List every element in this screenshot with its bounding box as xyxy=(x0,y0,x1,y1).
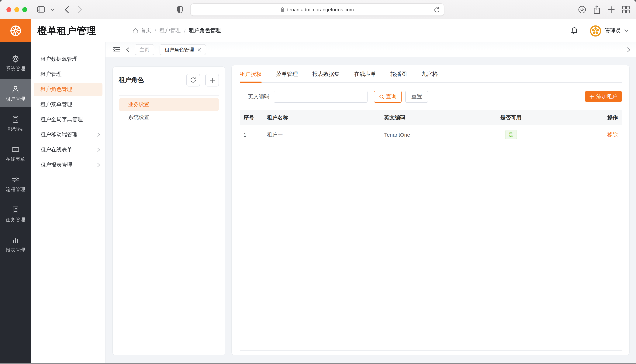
user-icon xyxy=(11,84,20,94)
status-badge: 是 xyxy=(505,130,517,139)
sidebar-toggle-icon[interactable] xyxy=(37,6,45,13)
role-item-business-settings[interactable]: 业务设置 xyxy=(119,98,219,111)
panel-title: 租户角色 xyxy=(119,76,144,84)
bar-chart-icon xyxy=(11,236,20,244)
sidebar-item-online-form[interactable]: 在线表单 xyxy=(0,140,31,168)
menu-item-tenant-online-form[interactable]: 租户在线表单 xyxy=(31,142,105,158)
privacy-shield-icon[interactable] xyxy=(177,6,183,14)
traffic-lights xyxy=(7,7,27,12)
mobile-icon xyxy=(11,114,20,124)
menu-item-tenant-datasource[interactable]: 租户数据源管理 xyxy=(31,52,105,67)
secondary-sidebar: 租户数据源管理 租户管理 租户角色管理 租户菜单管理 租户全局字典管理 租户移动… xyxy=(31,42,105,364)
menu-item-tenant-role-management[interactable]: 租户角色管理 xyxy=(34,83,102,96)
plus-icon xyxy=(209,77,215,83)
code-filter-label: 英文编码 xyxy=(248,93,269,100)
breadcrumb-tenant-management[interactable]: 租户管理 xyxy=(160,27,181,34)
menu-item-tenant-dict-management[interactable]: 租户全局字典管理 xyxy=(31,112,105,127)
breadcrumb-current: 租户角色管理 xyxy=(189,27,221,34)
user-name: 管理员 xyxy=(604,27,621,34)
tasks-icon xyxy=(11,205,20,214)
role-item-system-settings[interactable]: 系统设置 xyxy=(119,111,219,124)
table-header: 序号 租户名称 英文编码 是否可用 操作 xyxy=(240,110,622,125)
tab-menu-management[interactable]: 菜单管理 xyxy=(276,70,298,82)
downloads-icon[interactable] xyxy=(578,6,586,14)
tab-grid[interactable]: 九宫格 xyxy=(421,70,438,82)
sliders-icon xyxy=(11,175,20,184)
tab-carousel[interactable]: 轮播图 xyxy=(390,70,407,82)
tab-overview-icon[interactable] xyxy=(622,6,630,14)
menu-item-tenant-management[interactable]: 租户管理 xyxy=(31,67,105,82)
app-logo[interactable] xyxy=(0,19,31,42)
sidebar-item-label: 移动端 xyxy=(8,126,23,132)
sidebar-item-system-management[interactable]: 系统管理 xyxy=(0,49,31,77)
cell-index: 1 xyxy=(240,132,263,138)
tab-scroll-left-icon[interactable] xyxy=(126,47,129,52)
notification-bell-icon[interactable] xyxy=(570,27,578,35)
refresh-button[interactable] xyxy=(186,74,200,86)
query-button[interactable]: 查询 xyxy=(374,90,401,103)
tab-list-icon[interactable] xyxy=(113,47,120,52)
cell-tenant-name: 租户一 xyxy=(263,131,380,138)
sidebar-item-report-management[interactable]: 报表管理 xyxy=(0,230,31,258)
sidebar-item-process-management[interactable]: 流程管理 xyxy=(0,170,31,198)
menu-item-tenant-report-management[interactable]: 租户报表管理 xyxy=(31,158,105,172)
tab-report-dataset[interactable]: 报表数据集 xyxy=(312,70,340,82)
tab-online-form[interactable]: 在线表单 xyxy=(354,70,376,82)
user-menu[interactable]: 管理员 xyxy=(590,25,628,36)
remove-link[interactable]: 移除 xyxy=(607,131,618,137)
page-tab-home[interactable]: 主页 xyxy=(135,44,154,55)
breadcrumb-separator: / xyxy=(155,28,156,34)
address-bar[interactable]: tenantadmin.orangeforms.com xyxy=(190,4,444,16)
sidebar-chevron-down-icon[interactable] xyxy=(51,8,55,11)
new-tab-icon[interactable] xyxy=(608,6,615,13)
breadcrumb-separator: / xyxy=(184,28,186,34)
share-icon[interactable] xyxy=(593,5,600,14)
menu-item-tenant-menu-management[interactable]: 租户菜单管理 xyxy=(31,97,105,112)
back-button[interactable] xyxy=(65,6,69,13)
code-filter-input[interactable] xyxy=(274,90,367,103)
plus-icon xyxy=(589,94,594,99)
pagination-divider xyxy=(240,350,622,351)
col-code: 英文编码 xyxy=(380,114,477,121)
tab-scroll-right-icon[interactable] xyxy=(627,47,630,52)
filter-row: 英文编码 查询 重置 添加租户 xyxy=(240,90,622,103)
sidebar-item-task-management[interactable]: 任务管理 xyxy=(0,200,31,228)
browser-toolbar: tenantadmin.orangeforms.com xyxy=(0,0,636,19)
add-tenant-button[interactable]: 添加租户 xyxy=(585,90,622,102)
zoom-window-button[interactable] xyxy=(22,7,27,12)
page-tab-tenant-role[interactable]: 租户角色管理 xyxy=(160,44,206,55)
col-actions: 操作 xyxy=(545,114,622,121)
table-row: 1 租户一 TenantOne 是 移除 xyxy=(240,125,622,144)
avatar xyxy=(590,25,601,36)
minimize-window-button[interactable] xyxy=(14,7,19,12)
close-tab-icon[interactable] xyxy=(197,48,201,52)
app-header: 橙单租户管理 首页 / 租户管理 / 租户角色管理 xyxy=(0,19,636,42)
close-window-button[interactable] xyxy=(7,7,11,12)
chevron-down-icon xyxy=(624,30,628,32)
chevron-right-icon xyxy=(97,163,100,167)
sidebar-item-tenant-management[interactable]: 租户管理 xyxy=(0,79,31,107)
cell-available: 是 xyxy=(477,130,545,139)
detail-tabs: 租户授权 菜单管理 报表数据集 在线表单 轮播图 九宫格 xyxy=(240,65,622,83)
col-index: 序号 xyxy=(240,114,263,121)
add-role-button[interactable] xyxy=(205,74,219,86)
sidebar-item-label: 报表管理 xyxy=(6,247,25,253)
sidebar-item-label: 流程管理 xyxy=(6,186,25,193)
menu-item-tenant-mobile-management[interactable]: 租户移动端管理 xyxy=(31,127,105,142)
panel-divider xyxy=(119,95,219,96)
reset-button[interactable]: 重置 xyxy=(405,90,428,103)
tab-tenant-authorization[interactable]: 租户授权 xyxy=(240,70,262,82)
sidebar-item-label: 系统管理 xyxy=(6,66,25,72)
form-icon xyxy=(11,145,20,154)
gear-icon xyxy=(11,54,20,63)
sidebar-item-mobile[interactable]: 移动端 xyxy=(0,110,31,138)
reload-icon[interactable] xyxy=(434,6,440,14)
page-tab-strip: 主页 租户角色管理 xyxy=(105,42,636,57)
breadcrumb-home[interactable]: 首页 xyxy=(133,27,151,34)
forward-button[interactable] xyxy=(78,6,82,13)
header-divider xyxy=(584,26,584,35)
col-tenant-name: 租户名称 xyxy=(263,114,380,121)
col-available: 是否可用 xyxy=(477,114,545,121)
tenant-role-panel: 租户角色 业务设置 系统设置 xyxy=(112,66,225,355)
tenant-detail-panel: 租户授权 菜单管理 报表数据集 在线表单 轮播图 九宫格 英文编码 查询 xyxy=(232,65,629,355)
